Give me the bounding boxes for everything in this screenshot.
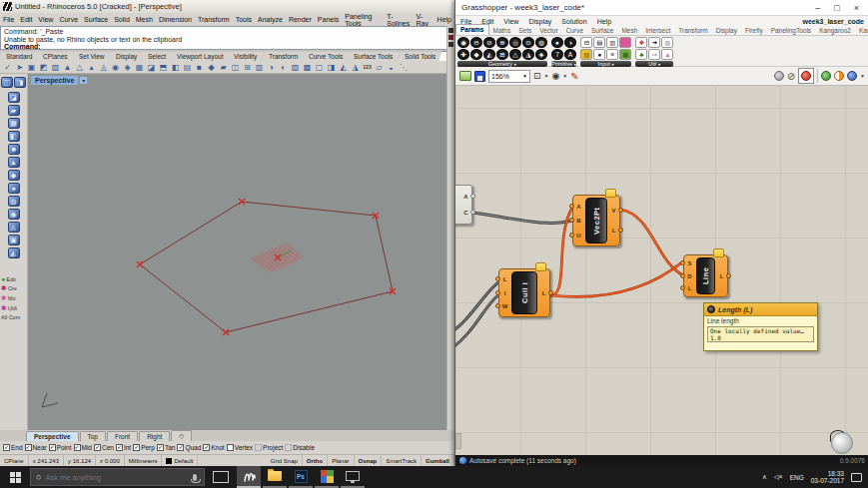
sidebar-group-mo[interactable]: ✱Mo <box>0 294 27 302</box>
viewport-title-dropdown-icon[interactable]: ▾ <box>80 77 87 84</box>
status-millimeters[interactable]: Millimeters <box>125 455 163 466</box>
mesh-tool-icon[interactable]: ▨ <box>50 62 61 73</box>
perspective-viewport[interactable]: Perspective ▾ <box>28 74 446 430</box>
minimize-button[interactable]: – <box>815 3 820 13</box>
output-port-L[interactable]: L <box>716 272 727 280</box>
taskbar-app-rhino[interactable] <box>237 466 261 488</box>
language-indicator[interactable]: ENG <box>790 474 804 481</box>
mesh-tool-icon[interactable]: ◑ <box>266 62 277 73</box>
param-icon[interactable]: ● <box>593 49 605 60</box>
checkbox[interactable] <box>255 444 262 451</box>
port-nub[interactable] <box>495 276 500 281</box>
task-view-button[interactable] <box>213 471 229 483</box>
param-icon[interactable]: 7 <box>551 49 563 60</box>
mesh-tool-icon[interactable]: ⊞ <box>242 62 253 73</box>
sidebar-tool-icon[interactable]: ◉ <box>8 209 20 220</box>
wire-gray[interactable] <box>472 213 572 223</box>
port-nub[interactable] <box>569 204 574 209</box>
param-icon[interactable]: ▥ <box>606 37 618 48</box>
zoom-select[interactable]: 156% ▼ <box>488 70 530 83</box>
port-nub[interactable] <box>726 273 731 278</box>
checkbox[interactable]: ✓ <box>3 444 10 451</box>
menu-item-t-splines[interactable]: T-Splines <box>384 13 413 27</box>
toggle-ortho[interactable]: Ortho <box>303 455 328 466</box>
param-icon[interactable]: ◎ <box>509 37 521 48</box>
mesh-tool-icon[interactable]: ◉ <box>110 62 121 73</box>
mesh-tool-icon[interactable]: ▣ <box>26 62 37 73</box>
chevron-down-icon[interactable]: ▼ <box>860 73 865 79</box>
tray-expand-icon[interactable]: ∧ <box>762 473 767 481</box>
mesh-tool-icon[interactable]: ◧ <box>170 62 181 73</box>
param-icon[interactable]: ⇨ <box>648 49 660 60</box>
param-icon[interactable]: ◉ <box>457 37 469 48</box>
osnap-project[interactable]: Project <box>255 444 283 451</box>
sidebar-tool-icon[interactable]: ▲ <box>8 157 20 168</box>
mesh-tool-icon[interactable]: ▰ <box>218 62 229 73</box>
checkbox[interactable] <box>285 444 292 451</box>
sketch-pencil-icon[interactable]: ✎ <box>570 71 578 82</box>
viewport-tab-perspective[interactable]: Perspective <box>26 431 79 441</box>
close-button[interactable]: × <box>854 3 859 13</box>
status-y-16-124[interactable]: y 16.124 <box>64 455 96 466</box>
sidebar-tool-icon[interactable]: ▰ <box>8 105 20 116</box>
green-gem-icon[interactable] <box>821 71 831 81</box>
output-port-C[interactable]: C <box>460 209 471 217</box>
grasshopper-title-bar[interactable]: Grasshopper - week3_laser_code* – □ × <box>455 0 868 16</box>
mesh-tool-icon[interactable]: △ <box>74 62 85 73</box>
checkbox[interactable]: ✓ <box>157 444 164 451</box>
param-icon[interactable]: ⊟ <box>580 37 592 48</box>
toggle-planar[interactable]: Planar <box>328 455 354 466</box>
menu-item-file[interactable]: File <box>0 16 17 23</box>
checkbox[interactable]: ✓ <box>94 444 101 451</box>
menu-item-analyze[interactable]: Analyze <box>255 16 286 23</box>
param-icon[interactable]: ◑ <box>564 37 576 48</box>
mesh-tool-icon[interactable]: ▱ <box>374 62 385 73</box>
osnap-near[interactable]: ✓Near <box>25 444 47 451</box>
osnap-vertex[interactable]: Vertex <box>227 444 253 451</box>
mesh-tool-icon[interactable]: ◈ <box>122 62 133 73</box>
checkbox[interactable]: ✓ <box>203 444 210 451</box>
mesh-tool-icon[interactable]: ▥ <box>254 62 265 73</box>
mesh-tool-icon[interactable]: ▴ <box>86 62 97 73</box>
toolbar-tab-curve-tools[interactable]: Curve Tools <box>302 52 352 61</box>
mesh-tool-icon[interactable]: ➤ <box>14 62 25 73</box>
sidebar-tool-icon[interactable]: ■ <box>8 144 20 155</box>
status-x-241-243[interactable]: x 241.243 <box>29 455 64 466</box>
toolbar-tab-set-view[interactable]: Set View <box>72 52 113 61</box>
gh-menu-view[interactable]: View <box>498 18 523 25</box>
viewport-tab-right[interactable]: Right <box>139 431 170 441</box>
toolbar-tab-solid-tools[interactable]: Solid Tools <box>397 52 443 61</box>
input-port-S[interactable]: S <box>684 259 695 267</box>
sidebar-tool-icon[interactable]: ◆ <box>8 170 20 181</box>
component-label[interactable]: Vec2Pt <box>585 198 607 244</box>
mesh-tool-icon[interactable]: ◨ <box>326 62 337 73</box>
checkbox[interactable]: ✓ <box>49 444 56 451</box>
zoom-extents-icon[interactable]: ⊡ <box>533 71 541 81</box>
action-center-icon[interactable] <box>851 473 862 482</box>
mesh-tool-icon[interactable]: ▦ <box>134 62 145 73</box>
wire-orange[interactable] <box>550 261 683 296</box>
mesh-tool-icon[interactable]: ◫ <box>230 62 241 73</box>
osnap-tan[interactable]: ✓Tan <box>157 444 175 451</box>
no-preview-gem-icon[interactable] <box>774 71 784 81</box>
gh-tab-transform[interactable]: Transform <box>674 26 711 35</box>
microphone-icon[interactable] <box>193 474 197 481</box>
taskbar-app-photos[interactable] <box>315 466 339 488</box>
sidebar-group-utili[interactable]: ✱Utili <box>0 304 27 312</box>
mesh-tool-icon[interactable]: 123 <box>362 62 373 73</box>
control-point-markers[interactable] <box>137 199 396 335</box>
sidebar-group-edit[interactable]: ●Edit <box>0 275 27 282</box>
viewport-title-label[interactable]: Perspective <box>31 76 78 85</box>
mesh-tool-icon[interactable]: ▤ <box>182 62 193 73</box>
sidebar-tool-icon[interactable]: ◨ <box>14 77 26 88</box>
viewport-title[interactable]: Perspective ▾ <box>31 76 87 85</box>
blue-sphere-icon[interactable] <box>847 71 857 81</box>
gh-tab-curve[interactable]: Curve <box>562 26 587 35</box>
output-port-L[interactable]: L <box>538 289 549 297</box>
sidebar-tool-icon[interactable]: ◧ <box>8 131 20 142</box>
mesh-tool-icon[interactable]: ✓ <box>2 62 13 73</box>
param-icon[interactable]: ▦ <box>619 49 631 60</box>
rhino-title-bar[interactable]: Untitled - Rhinoceros 5.0 [Cracked] - [P… <box>0 0 454 13</box>
port-nub[interactable] <box>470 210 475 215</box>
mesh-tool-icon[interactable]: ▲ <box>62 62 73 73</box>
